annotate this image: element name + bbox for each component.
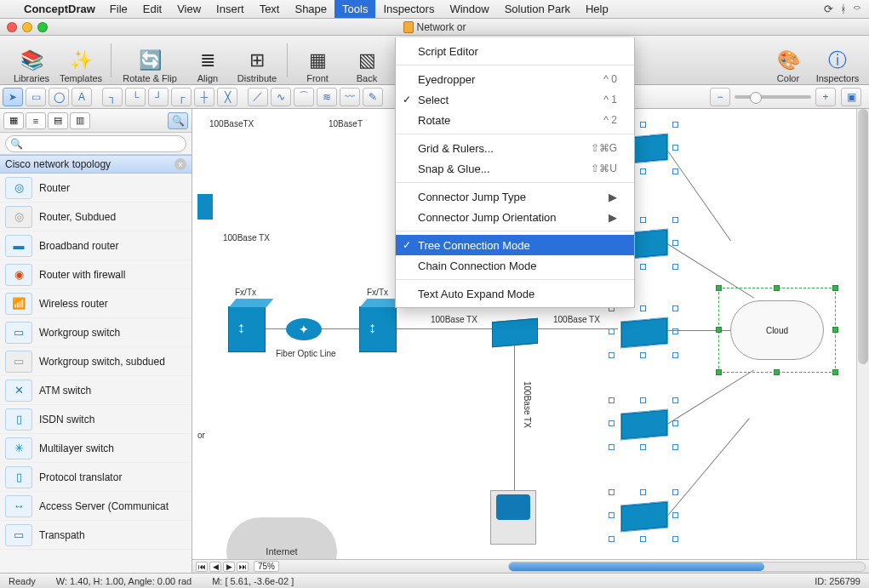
zoom-window-button[interactable] xyxy=(37,22,48,32)
menu-edit[interactable]: Edit xyxy=(135,0,169,18)
distribute-icon: ⊞ xyxy=(249,48,265,73)
menu-insert[interactable]: Insert xyxy=(209,0,252,18)
menu-script-editor[interactable]: Script Editor xyxy=(396,41,634,61)
fxtx-box-1[interactable]: ↕ xyxy=(228,306,266,352)
menu-window[interactable]: Window xyxy=(442,0,496,18)
menu-view[interactable]: View xyxy=(169,0,209,18)
align-button[interactable]: ≣ Align xyxy=(183,37,232,83)
fiber-optic-icon[interactable]: ✦ xyxy=(286,318,322,340)
view-detail[interactable]: ▥ xyxy=(70,112,90,129)
menu-solutionpark[interactable]: Solution Park xyxy=(497,0,578,18)
menu-shape[interactable]: Shape xyxy=(287,0,334,18)
selected-switch-3[interactable] xyxy=(621,318,667,348)
templates-button[interactable]: ✨ Templates xyxy=(56,37,106,83)
menu-chain-connection-mode[interactable]: Chain Connection Mode xyxy=(396,255,634,276)
document-title: Network or xyxy=(416,21,466,33)
connector-tool-4[interactable]: ┌ xyxy=(171,88,192,106)
lib-item-workgroup-switch[interactable]: ▭Workgroup switch xyxy=(0,318,192,347)
menu-eyedropper[interactable]: Eyedropper^ 0 xyxy=(396,69,634,89)
back-button[interactable]: ▧ Back xyxy=(342,37,392,83)
canvas-horizontal-scrollbar[interactable] xyxy=(508,562,866,572)
menu-help[interactable]: Help xyxy=(578,0,616,18)
lib-item-router-subdued[interactable]: ◎Router, Subdued xyxy=(0,203,192,231)
cloud-shape[interactable]: Cloud xyxy=(730,300,824,360)
menu-file[interactable]: File xyxy=(102,0,135,18)
rect-tool[interactable]: ▭ xyxy=(26,88,46,106)
connector-tool-1[interactable]: ┐ xyxy=(102,88,123,106)
ethernet-switch[interactable] xyxy=(492,318,538,348)
text-tool[interactable]: A xyxy=(71,88,92,106)
menu-rotate[interactable]: Rotate^ 2 xyxy=(396,110,634,130)
switch-partial-left[interactable] xyxy=(197,194,213,220)
app-name[interactable]: ConceptDraw xyxy=(17,3,102,15)
info-icon: ⓘ xyxy=(828,48,847,73)
label-fiber-optic: Fiber Optic Line xyxy=(276,349,336,358)
menu-tree-connection-mode[interactable]: Tree Connection Mode xyxy=(396,235,634,255)
bluetooth-icon[interactable]: ᚼ xyxy=(840,3,847,15)
menu-snap-glue[interactable]: Snap & Glue...⇧⌘U xyxy=(396,158,634,179)
canvas-vertical-scrollbar[interactable] xyxy=(856,109,869,559)
lib-item-access-server[interactable]: ↔Access Server (Communicat xyxy=(0,492,192,521)
spline-tool[interactable]: 〰 xyxy=(340,88,360,106)
lib-item-protocol-translator[interactable]: ▯Protocol translator xyxy=(0,463,192,492)
selected-switch-4[interactable] xyxy=(621,410,667,440)
view-small-icons[interactable]: ▤ xyxy=(48,112,68,129)
zoom-out-button[interactable]: − xyxy=(710,88,730,106)
page-first-icon[interactable]: ⏮ xyxy=(196,562,208,572)
zoom-in-button[interactable]: + xyxy=(815,88,836,106)
lib-item-wireless-router[interactable]: 📶Wireless router xyxy=(0,289,192,318)
connector-tool-2[interactable]: └ xyxy=(125,88,146,106)
lib-item-isdn-switch[interactable]: ▯ISDN switch xyxy=(0,405,192,434)
front-button[interactable]: ▦ Front xyxy=(293,37,342,83)
ellipse-tool[interactable]: ◯ xyxy=(49,88,69,106)
freehand-tool[interactable]: ✎ xyxy=(363,88,383,106)
workstation-shape[interactable] xyxy=(490,490,536,545)
menu-text[interactable]: Text xyxy=(252,0,288,18)
libraries-button[interactable]: 📚 Libraries xyxy=(7,37,56,83)
polyline-tool[interactable]: ≋ xyxy=(317,88,337,106)
sync-icon[interactable]: ⟳ xyxy=(824,3,833,15)
pointer-tool[interactable]: ➤ xyxy=(3,88,23,106)
close-window-button[interactable] xyxy=(7,22,17,32)
minimize-window-button[interactable] xyxy=(22,22,32,32)
zoom-percent[interactable]: 75% xyxy=(254,561,279,572)
lib-item-workgroup-switch-subdued[interactable]: ▭Workgroup switch, subdued xyxy=(0,347,192,376)
lib-item-transpath[interactable]: ▭Transpath xyxy=(0,521,192,550)
line-tool[interactable]: ／ xyxy=(248,88,268,106)
view-list[interactable]: ≡ xyxy=(26,112,46,129)
wifi-icon[interactable]: ⌔ xyxy=(854,3,860,15)
menu-tools[interactable]: Tools xyxy=(334,0,375,18)
lib-item-multilayer-switch[interactable]: ✳Multilayer switch xyxy=(0,434,192,463)
search-toggle-button[interactable]: 🔍 xyxy=(168,112,188,129)
lib-item-broadband-router[interactable]: ▬Broadband router xyxy=(0,231,192,260)
distribute-button[interactable]: ⊞ Distribute xyxy=(232,37,282,83)
connector-tool-6[interactable]: ╳ xyxy=(217,88,237,106)
lib-item-router-firewall[interactable]: ◉Router with firewall xyxy=(0,260,192,289)
lib-item-router[interactable]: ◎Router xyxy=(0,174,192,203)
view-large-icons[interactable]: ▦ xyxy=(3,112,24,129)
menu-connector-jump-type[interactable]: Connector Jump Type▶ xyxy=(396,186,634,207)
menu-grid-rulers[interactable]: Grid & Rulers...⇧⌘G xyxy=(396,138,634,158)
fxtx-box-2[interactable]: ↕ xyxy=(359,306,397,352)
menu-text-auto-expand[interactable]: Text Auto Expand Mode xyxy=(396,283,634,304)
connector-tool-3[interactable]: ┘ xyxy=(148,88,169,106)
fit-button[interactable]: ▣ xyxy=(841,88,861,106)
menu-inspectors[interactable]: Inspectors xyxy=(375,0,442,18)
menu-select[interactable]: Select^ 1 xyxy=(396,89,634,110)
library-search-input[interactable] xyxy=(5,135,186,152)
page-last-icon[interactable]: ⏭ xyxy=(237,562,249,572)
rotate-flip-button[interactable]: 🔄 Rotate & Flip xyxy=(117,37,183,83)
selected-switch-5[interactable] xyxy=(621,502,667,532)
library-category-header[interactable]: Cisco network topology × xyxy=(0,155,192,174)
arc-tool[interactable]: ⌒ xyxy=(294,88,314,106)
curve-tool[interactable]: ∿ xyxy=(271,88,291,106)
menu-connector-jump-orientation[interactable]: Connector Jump Orientation▶ xyxy=(396,207,634,227)
page-prev-icon[interactable]: ◀ xyxy=(209,562,221,572)
page-next-icon[interactable]: ▶ xyxy=(223,562,235,572)
inspectors-button[interactable]: ⓘ Inspectors xyxy=(813,37,862,83)
color-button[interactable]: 🎨 Color xyxy=(763,37,813,83)
close-library-icon[interactable]: × xyxy=(174,158,186,170)
zoom-slider[interactable] xyxy=(735,95,811,99)
lib-item-atm-switch[interactable]: ✕ATM switch xyxy=(0,376,192,405)
connector-tool-5[interactable]: ┼ xyxy=(194,88,214,106)
